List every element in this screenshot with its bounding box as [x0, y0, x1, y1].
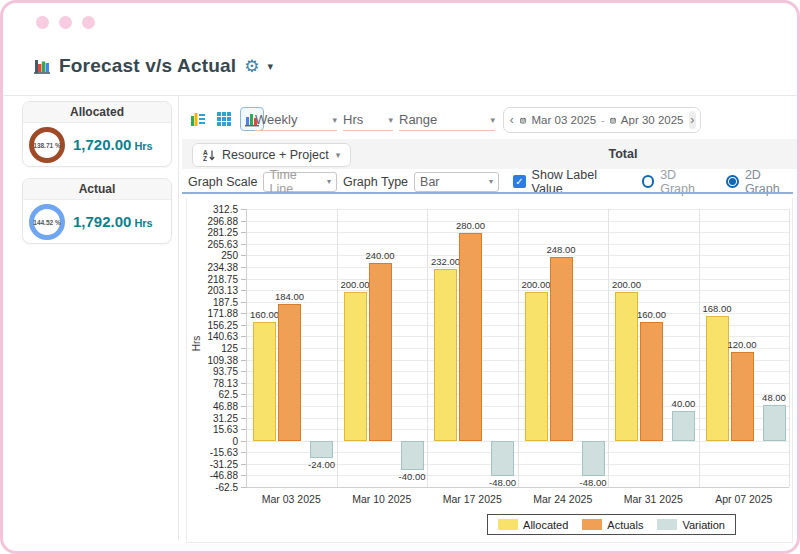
bar-actuals: [550, 257, 573, 441]
y-tick-label: 46.88: [199, 401, 238, 412]
next-period-button[interactable]: ›: [689, 111, 696, 129]
bar-value-label: 184.00: [267, 291, 313, 302]
graph-type-label: Graph Type: [343, 175, 408, 189]
chevron-down-icon: ▾: [489, 177, 493, 186]
bar-allocated: [253, 322, 276, 441]
y-tick-label: 218.75: [199, 274, 238, 285]
sort-az-icon: A Z: [203, 149, 215, 161]
allocated-hours: 1,720.00: [73, 136, 131, 153]
bar-value-label: 200.00: [604, 279, 650, 290]
actual-unit: Hrs: [134, 217, 152, 229]
app-window: Forecast v/s Actual ⚙ ▾ Allocated 138.71…: [0, 0, 800, 554]
bar-value-label: 48.00: [751, 392, 797, 403]
y-tick-label: 156.25: [199, 320, 238, 331]
bar-allocated: [434, 269, 457, 441]
bar-variation: [672, 411, 695, 441]
allocated-percent-ring: 138.71 %: [29, 127, 65, 163]
prev-period-button[interactable]: ‹: [508, 111, 515, 129]
legend-item: Actuals: [582, 519, 643, 531]
y-tick-label: -62.5: [199, 482, 238, 493]
bar-allocated: [525, 292, 548, 440]
bar-value-label: 40.00: [661, 398, 707, 409]
bar-variation: [401, 441, 424, 471]
y-tick-label: 234.38: [199, 262, 238, 273]
forecast-actual-chart: Hrs 312.5296.88281.25265.63250234.38218.…: [186, 198, 793, 543]
gear-icon[interactable]: ⚙: [244, 58, 259, 75]
window-dot[interactable]: [59, 16, 72, 29]
y-tick-label: 78.13: [199, 378, 238, 389]
y-tick-label: 265.63: [199, 239, 238, 250]
column-separator: [789, 209, 790, 487]
bar-actuals: [459, 233, 482, 441]
graph-type-select[interactable]: Bar ▾: [414, 172, 499, 192]
column-separator: [699, 209, 700, 487]
date-range-picker: ‹ Mar 03 2025 - Apr 30 2025 ›: [503, 107, 701, 133]
allocated-card-title: Allocated: [23, 102, 171, 123]
bar-variation: [310, 441, 333, 459]
y-tick-label: 0: [199, 436, 238, 447]
chevron-down-icon: ▾: [336, 150, 341, 160]
controls-underline: [182, 192, 793, 194]
bar-value-label: 120.00: [719, 339, 765, 350]
bar-value-label: -24.00: [299, 459, 345, 470]
y-tick-label: -31.25: [199, 459, 238, 470]
radio-2d-graph[interactable]: [726, 175, 739, 188]
actual-percent: 144.52 %: [33, 219, 60, 226]
y-tick-label: 187.5: [199, 297, 238, 308]
y-tick-label: 250: [199, 250, 238, 261]
y-tick-label: 140.63: [199, 331, 238, 342]
svg-text:Z: Z: [203, 155, 207, 161]
unit-select[interactable]: Hrs ▾: [343, 109, 393, 131]
window-controls: [36, 16, 95, 29]
radio-3d-graph[interactable]: [642, 175, 655, 188]
bar-value-label: 248.00: [538, 244, 584, 255]
x-tick-label: Mar 10 2025: [337, 493, 428, 505]
x-tick-label: Mar 24 2025: [518, 493, 609, 505]
legend-item: Allocated: [498, 519, 568, 531]
range-select[interactable]: Range ▾: [399, 109, 495, 131]
start-date[interactable]: Mar 03 2025: [532, 114, 597, 126]
legend-label: Actuals: [607, 519, 643, 531]
bar-chart-icon: [33, 57, 51, 75]
y-tick-label: 62.5: [199, 389, 238, 400]
bar-actuals: [640, 322, 663, 441]
caret-down-icon[interactable]: ▾: [268, 60, 274, 73]
bar-value-label: -40.00: [389, 471, 435, 482]
column-separator: [337, 209, 338, 487]
bar-value-label: 160.00: [629, 309, 675, 320]
chart-list-view-icon[interactable]: [188, 109, 208, 129]
legend-swatch: [657, 519, 677, 530]
bar-allocated: [344, 292, 367, 440]
y-tick-label: 203.13: [199, 285, 238, 296]
grouping-dropdown-label: Resource + Project: [222, 148, 329, 162]
total-column-header: Total: [453, 139, 793, 169]
show-label-value-checkbox[interactable]: ✓: [513, 175, 525, 188]
chevron-down-icon: ▾: [332, 115, 337, 125]
end-date[interactable]: Apr 30 2025: [621, 114, 684, 126]
window-dot[interactable]: [82, 16, 95, 29]
y-tick-label: 312.5: [199, 204, 238, 215]
view-toggle-group: [188, 107, 264, 131]
legend-label: Allocated: [523, 519, 568, 531]
y-tick-label: 15.63: [199, 424, 238, 435]
y-tick-label: -46.88: [199, 470, 238, 481]
y-tick-label: 281.25: [199, 227, 238, 238]
actual-percent-ring: 144.52 %: [29, 204, 65, 240]
header-divider: [3, 95, 797, 96]
allocated-unit: Hrs: [134, 140, 152, 152]
period-select[interactable]: Weekly ▾: [255, 109, 337, 131]
y-tick-label: 31.25: [199, 413, 238, 424]
y-axis-line: [246, 209, 247, 487]
grouping-dropdown[interactable]: A Z Resource + Project ▾: [192, 143, 351, 167]
graph-controls: Graph Scale Time Line ▾ Graph Type Bar ▾…: [188, 170, 797, 193]
chevron-down-icon: ▾: [490, 115, 495, 125]
date-separator: -: [601, 114, 605, 126]
window-dot[interactable]: [36, 16, 49, 29]
y-tick-label: 109.38: [199, 355, 238, 366]
bar-variation: [763, 405, 786, 441]
allocated-card: Allocated 138.71 % 1,720.00Hrs: [22, 101, 172, 167]
calendar-icon: [520, 114, 526, 127]
graph-scale-select[interactable]: Time Line ▾: [263, 172, 337, 192]
chevron-down-icon: ▾: [388, 115, 393, 125]
grid-view-icon[interactable]: [214, 109, 234, 129]
